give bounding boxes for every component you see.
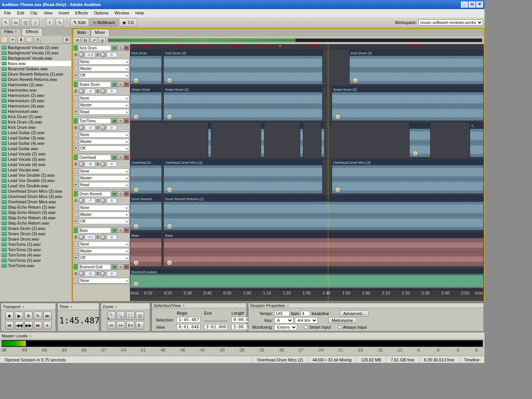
mute-button[interactable]: M [112, 191, 117, 196]
audio-clip[interactable]: Overhead Drum Mics (3)🔒 [332, 160, 484, 194]
track-lane[interactable]: Bass🔒Bass🔒 [130, 232, 484, 268]
tab-mixer[interactable]: Mixer [91, 29, 109, 36]
timesig-select[interactable]: 4/4 time [295, 317, 318, 323]
file-item[interactable]: Drum Reverb Returns.wav [1, 77, 71, 82]
file-list[interactable]: Background Vocals (2).wavBackground Voca… [0, 44, 72, 302]
advanced-button[interactable]: Advanced... [340, 310, 369, 317]
goto-start-button[interactable]: ⏮ [5, 321, 14, 329]
file-item[interactable]: Lead Vocals (3).wav [1, 157, 71, 162]
automation-select[interactable]: Off [79, 255, 129, 261]
marker[interactable]: Bridge [307, 44, 320, 48]
pan-value[interactable]: 0 [106, 198, 117, 203]
pan-value[interactable]: 0 [106, 234, 117, 240]
file-item[interactable]: Background Vocals (3).wav [1, 50, 71, 55]
tool-move[interactable]: ↖ [2, 18, 10, 27]
eq-icon[interactable]: ⫼ [99, 37, 106, 43]
file-item[interactable]: Overhead Drum Mics (3).wav [1, 194, 71, 199]
track-name-input[interactable]: Snare Drum [78, 82, 111, 87]
fx-arrow[interactable]: → [74, 95, 78, 101]
fx-arrow[interactable]: → [74, 168, 78, 174]
beats-input[interactable] [301, 311, 310, 316]
track-lane[interactable]: Kick Drum🔒Kick Drum (2)🔒Kick Drum (3)🔒 [130, 49, 484, 86]
track-lane[interactable]: Bounced Guitars🔒 [130, 268, 484, 290]
tab-effects[interactable]: Effects [22, 28, 43, 36]
auto-arrow[interactable]: ▸ [74, 182, 78, 187]
file-item[interactable]: Kick Drum.wav [1, 125, 71, 130]
rewind-button[interactable]: ◀◀ [15, 321, 23, 329]
solo-button[interactable]: S [118, 118, 123, 124]
zoom-in-right-button[interactable]: ↦ [117, 321, 125, 329]
menu-edit[interactable]: Edit [14, 10, 27, 16]
playhead[interactable] [328, 44, 328, 301]
audio-clip[interactable]: Overhead Drum Mics (2)🔒 [163, 160, 323, 194]
play-loop-button[interactable]: ↻ [34, 312, 42, 320]
record-arm-button[interactable]: R [124, 228, 129, 233]
close-button[interactable]: ✕ [476, 2, 483, 8]
audio-clip[interactable]: T... [470, 123, 484, 158]
file-item[interactable]: Slap Echo Return (2).wav [1, 204, 71, 210]
volume-knob[interactable] [79, 198, 84, 203]
menu-insert[interactable]: Insert [56, 10, 72, 16]
mute-button[interactable]: M [112, 155, 117, 160]
auto-arrow[interactable]: ▸ [74, 73, 78, 78]
file-item[interactable]: Drum Reverb Returns (2).wav [1, 71, 71, 77]
audio-clip[interactable]: Bass🔒 [130, 233, 162, 267]
automation-select[interactable]: Read [79, 109, 129, 115]
stop-button[interactable]: ■ [5, 312, 14, 320]
file-item[interactable]: Lead Guitar.wav [1, 146, 71, 151]
menu-options[interactable]: Options [91, 10, 111, 16]
mode-multitrack[interactable]: ≡Multitrack [90, 18, 118, 27]
auto-arrow[interactable]: ▸ [74, 109, 78, 114]
track-name-input[interactable]: Kick Drum [78, 45, 111, 51]
volume-knob[interactable] [79, 234, 84, 240]
tool-hybrid[interactable]: ◫ [21, 18, 30, 27]
audio-clip[interactable]: Kick Drum (3)🔒 [349, 50, 484, 85]
file-item[interactable]: TomToms.wav [1, 263, 71, 268]
tab-files[interactable]: Files× [0, 28, 21, 36]
volume-value[interactable]: -4.9 [85, 52, 95, 57]
monitoring-select[interactable]: External [274, 324, 297, 330]
volume-knob[interactable] [79, 162, 84, 167]
tool-select[interactable]: ▭ [11, 18, 20, 27]
fx-arrow[interactable]: → [74, 241, 78, 247]
auto-arrow[interactable]: ▸ [74, 146, 78, 151]
zoom-out-v-button[interactable]: ⇕- [136, 321, 144, 329]
audio-clip[interactable]: Drum Reverb Returns (2)🔒 [163, 196, 484, 231]
out-arrow[interactable]: ← [74, 102, 78, 108]
menu-help[interactable]: Help [133, 10, 147, 16]
out-arrow[interactable]: ← [74, 66, 78, 71]
track-name-input[interactable]: Bounced Guit [78, 264, 111, 270]
zoom-in-left-button[interactable]: ↤ [107, 321, 116, 329]
tempo-input[interactable] [274, 311, 290, 316]
fx-select[interactable]: None [79, 59, 129, 65]
file-item[interactable]: Lead Guitar (2).wav [1, 130, 71, 135]
pan-value[interactable]: 0 [106, 89, 117, 94]
file-item[interactable]: Lead Guitar (4).wav [1, 141, 71, 146]
marker[interactable]: Verse 1 [137, 44, 152, 48]
record-arm-button[interactable]: R [124, 191, 129, 196]
maximize-button[interactable]: ▭ [469, 2, 475, 8]
file-item[interactable]: Snare Drum.wav [1, 236, 71, 242]
workspace-select[interactable]: music-software-reviews-workspace [418, 19, 483, 25]
always-input-radio[interactable] [338, 325, 342, 329]
track-lane[interactable]: Drum Reverb ...🔒Drum Reverb Returns (2)🔒 [130, 195, 484, 232]
automation-select[interactable]: Off [79, 218, 129, 224]
fx-select[interactable]: None [79, 132, 129, 138]
mute-button[interactable]: M [112, 82, 117, 87]
zoom-in-h-button[interactable]: 🔍+ [107, 312, 116, 320]
mute-button[interactable]: M [112, 45, 117, 51]
audio-clip[interactable]: Snare Drum (2)🔒 [163, 87, 323, 121]
audio-clip[interactable]: Kick Drum🔒 [130, 50, 162, 85]
auto-arrow[interactable]: ▸ [74, 255, 78, 260]
pan-value[interactable]: 0 [106, 52, 117, 57]
edit-icon[interactable]: 📋 [26, 36, 33, 43]
file-item[interactable]: Snare Drum (2).wav [1, 226, 71, 231]
file-item[interactable]: Harmonies.wav [1, 87, 71, 93]
loop-icon[interactable]: ⟲ [74, 37, 81, 43]
record-arm-button[interactable]: R [124, 155, 129, 160]
volume-value[interactable]: -3 [85, 125, 95, 130]
output-select[interactable]: Master [79, 248, 129, 254]
file-item[interactable]: Snare Drum (3).wav [1, 231, 71, 236]
sel-begin[interactable]: 1:45.487 [177, 317, 200, 323]
fx-icon[interactable]: fx [82, 37, 89, 43]
